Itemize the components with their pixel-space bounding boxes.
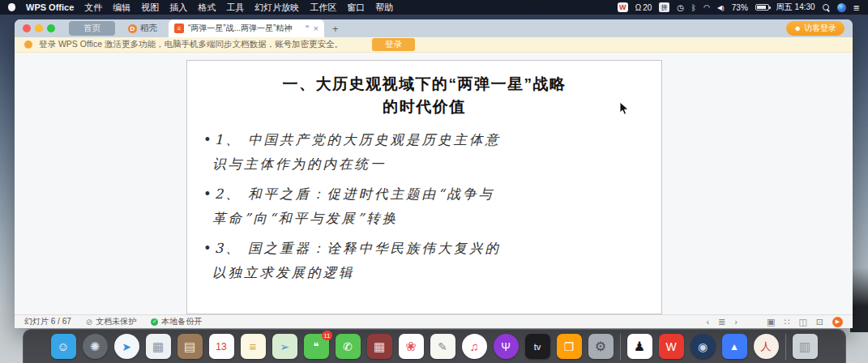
menubar-item[interactable]: 帮助 [375,2,393,14]
window-minimize-button[interactable] [35,24,43,32]
launchpad-icon[interactable]: ✺ [83,334,108,359]
wps-window: 首页 D 稻壳 ≡ “两弹一星”战...两弹一星”精神 ❞ × + ☻ 访客登录… [15,19,853,328]
photo-booth-icon[interactable]: ▦ [367,334,392,359]
menubar-clock[interactable]: 周五 14:30 [776,2,815,13]
menubar-item[interactable]: 编辑 [113,2,130,14]
menubar-item[interactable]: 窗口 [347,2,365,14]
slide-bullet: •1、 中国共产党的大历史观是历史主体意 识与主体作为的内在统一 [203,128,640,177]
app-icon-dark-badge[interactable]: ◉ [691,334,716,359]
person-icon: ☻ [794,24,802,32]
presenter-view-button[interactable]: ⊡ [816,317,823,327]
menubar-item[interactable]: 插入 [169,2,187,14]
docer-label: 稻壳 [140,23,157,34]
home-tab-button[interactable]: 首页 [69,21,115,36]
wallpaper-mountain [850,267,868,332]
document-tab-title: “两弹一星”战...两弹一星”精神 [188,23,301,34]
bullet-marker: • [203,241,214,256]
bullet-marker: • [203,132,214,147]
dock-badge: 11 [322,331,331,340]
reading-view-button[interactable]: ◫ [798,317,806,327]
comment-icon[interactable]: ❞ [306,24,310,32]
menubar-item[interactable]: 文件 [84,2,102,14]
play-slideshow-button[interactable]: ▶ [832,317,843,327]
qq-icon[interactable]: ♟ [627,334,652,359]
dock: ☺ ✺ ➤ ▦ ▤ [23,329,846,363]
dock-divider [785,334,786,360]
menubar-item[interactable]: 格式 [198,2,216,14]
notification-center-icon[interactable]: ≣ [853,3,860,12]
mouse-cursor [619,101,629,116]
wps-office-icon[interactable]: W [659,334,684,359]
messages-icon[interactable]: ❝ 11 [304,334,329,359]
next-slide-button[interactable]: › [734,317,738,327]
slide-list-button[interactable]: ≣ [718,317,725,327]
shield-icon: ⊘ [86,318,92,327]
apple-menu-icon[interactable] [8,3,15,11]
facetime-icon[interactable]: ✆ [336,334,361,359]
contacts-icon[interactable]: ▤ [177,334,203,359]
notification-bell-icon[interactable]: Ω20 [635,3,652,12]
menu-bar: WPS Office 文件编辑视图插入格式工具幻灯片放映工作区窗口帮助 W Ω2… [0,0,868,15]
spotlight-search-icon[interactable] [823,4,830,11]
maps-icon[interactable]: ➢ [272,334,297,359]
window-zoom-button[interactable] [47,24,55,32]
new-tab-button[interactable]: + [332,23,339,35]
safari-icon[interactable]: ➤ [114,334,139,359]
slide-title[interactable]: 一、大历史观视域下的“两弹一星”战略 的时代价值 [212,73,637,117]
music-icon[interactable]: ♫ [462,334,487,359]
menubar-app-name[interactable]: WPS Office [26,2,74,12]
normal-view-button[interactable]: ▣ [767,317,775,327]
apple-tv-icon[interactable]: tv [525,334,550,359]
finder-icon[interactable]: ☺ [51,334,76,359]
textedit-icon[interactable]: ✎ [430,334,455,359]
slide-title-line1: 一、大历史观视域下的“两弹一星”战略 [212,73,637,96]
app-icon-blue-mountain[interactable]: ▲ [722,334,747,359]
window-close-button[interactable] [23,24,31,32]
document-tab-active[interactable]: ≡ “两弹一星”战...两弹一星”精神 ❞ × [169,19,324,37]
guest-login-button[interactable]: ☻ 访客登录 [786,21,844,36]
battery-icon [755,4,769,11]
slide-title-line2: 的时代价值 [212,96,637,118]
wifi-icon[interactable]: ◠ [703,3,710,11]
document-protection-status[interactable]: ⊘ 文档未保护 [86,316,136,327]
trash-icon[interactable]: ▥ [793,334,818,359]
calendar-icon[interactable]: 13 [209,334,234,359]
menubar-item[interactable]: 工作区 [310,2,336,14]
mail-icon[interactable]: ▦ [146,334,171,359]
bullet-marker: • [203,186,214,202]
desktop: WPS Office 文件编辑视图插入格式工具幻灯片放映工作区窗口帮助 W Ω2… [0,0,868,363]
tab-close-icon[interactable]: × [314,23,319,33]
input-method-icon[interactable]: 拼 [659,2,669,12]
status-bar: 幻灯片 6 / 67 ⊘ 文档未保护 ✓ 本地备份开 ‹ ≣ › ▣ ∷ ◫ ⊡… [15,314,853,328]
photos-icon[interactable]: ❀ [399,334,424,359]
docer-tab[interactable]: D 稻壳 [128,23,157,34]
system-preferences-icon[interactable]: ⚙ [588,334,614,359]
bell-count: 20 [643,3,652,12]
local-backup-status[interactable]: ✓ 本地备份开 [151,316,202,327]
tab-bar: 首页 D 稻壳 ≡ “两弹一星”战...两弹一星”精神 ❞ × + ☻ 访客登录 [15,19,853,37]
slide[interactable]: 一、大历史观视域下的“两弹一星”战略 的时代价值 •1、 中国共产党的大历史观是… [186,60,662,314]
previous-slide-button[interactable]: ‹ [706,317,709,327]
bluetooth-icon[interactable]: ᛒ [691,3,696,12]
menubar-item[interactable]: 幻灯片放映 [254,2,299,14]
menubar-item[interactable]: 工具 [226,2,244,14]
slide-bullet: •3、 国之重器：诠释中华民族伟大复兴的 以独立求发展的逻辑 [203,237,640,285]
podcasts-icon[interactable]: Ψ [494,334,519,359]
bell-glyph: Ω [635,3,641,12]
presentation-file-icon: ≡ [174,23,184,33]
battery-percent: 73% [732,3,748,12]
login-notice-bar: 登录 WPS Office 激活更多功能，电脑手机多端同步文档数据，账号加密更安… [15,37,853,53]
notes-icon[interactable]: ≡ [241,334,266,359]
slide-body[interactable]: •1、 中国共产党的大历史观是历史主体意 识与主体作为的内在统一 •2、 和平之… [203,128,640,285]
clock-icon[interactable]: ◷ [677,3,684,12]
siri-icon[interactable] [837,3,846,12]
books-icon[interactable]: ❐ [557,334,582,359]
wps-tray-icon[interactable]: W [618,2,628,12]
volume-icon[interactable]: ◀) [717,4,725,11]
dock-divider [620,334,621,360]
notice-text: 登录 WPS Office 激活更多功能，电脑手机多端同步文档数据，账号加密更安… [39,39,343,50]
notice-login-button[interactable]: 登录 [372,38,415,51]
menubar-item[interactable]: 视图 [141,2,159,14]
app-icon-red-person[interactable]: 人 [754,334,779,359]
slide-sorter-view-button[interactable]: ∷ [784,317,789,327]
